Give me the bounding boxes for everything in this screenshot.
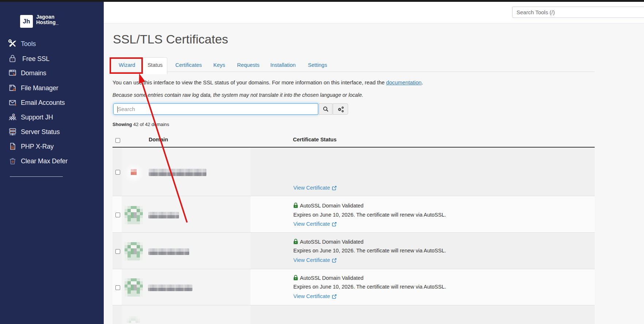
svg-text:PHP: PHP xyxy=(11,148,14,149)
